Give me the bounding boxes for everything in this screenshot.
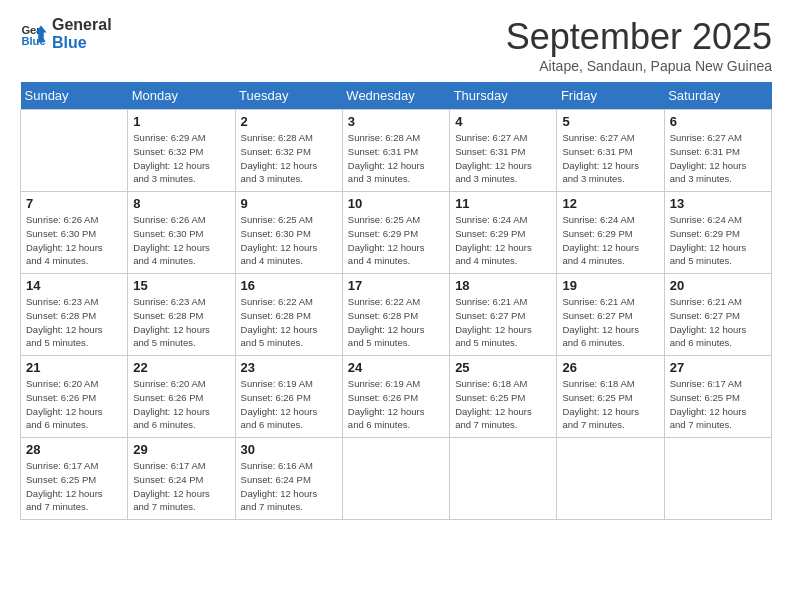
day-info: Sunrise: 6:26 AM Sunset: 6:30 PM Dayligh…: [133, 213, 229, 268]
calendar-table: SundayMondayTuesdayWednesdayThursdayFrid…: [20, 82, 772, 520]
calendar-cell: 6Sunrise: 6:27 AM Sunset: 6:31 PM Daylig…: [664, 110, 771, 192]
day-of-week-header: Saturday: [664, 82, 771, 110]
calendar-cell: 19Sunrise: 6:21 AM Sunset: 6:27 PM Dayli…: [557, 274, 664, 356]
calendar-cell: 23Sunrise: 6:19 AM Sunset: 6:26 PM Dayli…: [235, 356, 342, 438]
calendar-cell: 25Sunrise: 6:18 AM Sunset: 6:25 PM Dayli…: [450, 356, 557, 438]
day-number: 2: [241, 114, 337, 129]
day-number: 19: [562, 278, 658, 293]
calendar-week-row: 14Sunrise: 6:23 AM Sunset: 6:28 PM Dayli…: [21, 274, 772, 356]
day-number: 30: [241, 442, 337, 457]
calendar-cell: 10Sunrise: 6:25 AM Sunset: 6:29 PM Dayli…: [342, 192, 449, 274]
day-number: 8: [133, 196, 229, 211]
day-info: Sunrise: 6:25 AM Sunset: 6:29 PM Dayligh…: [348, 213, 444, 268]
day-info: Sunrise: 6:20 AM Sunset: 6:26 PM Dayligh…: [26, 377, 122, 432]
day-header-row: SundayMondayTuesdayWednesdayThursdayFrid…: [21, 82, 772, 110]
day-number: 21: [26, 360, 122, 375]
day-info: Sunrise: 6:26 AM Sunset: 6:30 PM Dayligh…: [26, 213, 122, 268]
day-of-week-header: Monday: [128, 82, 235, 110]
calendar-cell: 8Sunrise: 6:26 AM Sunset: 6:30 PM Daylig…: [128, 192, 235, 274]
day-info: Sunrise: 6:24 AM Sunset: 6:29 PM Dayligh…: [670, 213, 766, 268]
day-number: 20: [670, 278, 766, 293]
calendar-cell: 29Sunrise: 6:17 AM Sunset: 6:24 PM Dayli…: [128, 438, 235, 520]
calendar-cell: 1Sunrise: 6:29 AM Sunset: 6:32 PM Daylig…: [128, 110, 235, 192]
day-of-week-header: Friday: [557, 82, 664, 110]
day-info: Sunrise: 6:22 AM Sunset: 6:28 PM Dayligh…: [241, 295, 337, 350]
calendar-cell: 14Sunrise: 6:23 AM Sunset: 6:28 PM Dayli…: [21, 274, 128, 356]
calendar-cell: 18Sunrise: 6:21 AM Sunset: 6:27 PM Dayli…: [450, 274, 557, 356]
day-info: Sunrise: 6:25 AM Sunset: 6:30 PM Dayligh…: [241, 213, 337, 268]
calendar-cell: 12Sunrise: 6:24 AM Sunset: 6:29 PM Dayli…: [557, 192, 664, 274]
day-number: 27: [670, 360, 766, 375]
day-info: Sunrise: 6:21 AM Sunset: 6:27 PM Dayligh…: [562, 295, 658, 350]
calendar-cell: [450, 438, 557, 520]
day-info: Sunrise: 6:21 AM Sunset: 6:27 PM Dayligh…: [455, 295, 551, 350]
calendar-cell: 11Sunrise: 6:24 AM Sunset: 6:29 PM Dayli…: [450, 192, 557, 274]
calendar-cell: 20Sunrise: 6:21 AM Sunset: 6:27 PM Dayli…: [664, 274, 771, 356]
day-info: Sunrise: 6:27 AM Sunset: 6:31 PM Dayligh…: [562, 131, 658, 186]
day-info: Sunrise: 6:21 AM Sunset: 6:27 PM Dayligh…: [670, 295, 766, 350]
day-info: Sunrise: 6:17 AM Sunset: 6:25 PM Dayligh…: [26, 459, 122, 514]
calendar-cell: [557, 438, 664, 520]
day-info: Sunrise: 6:17 AM Sunset: 6:25 PM Dayligh…: [670, 377, 766, 432]
day-number: 15: [133, 278, 229, 293]
calendar-cell: [342, 438, 449, 520]
calendar-cell: 21Sunrise: 6:20 AM Sunset: 6:26 PM Dayli…: [21, 356, 128, 438]
calendar-cell: 27Sunrise: 6:17 AM Sunset: 6:25 PM Dayli…: [664, 356, 771, 438]
day-info: Sunrise: 6:18 AM Sunset: 6:25 PM Dayligh…: [455, 377, 551, 432]
header: Gen Blue General Blue September 2025 Ait…: [20, 16, 772, 74]
day-number: 17: [348, 278, 444, 293]
calendar-week-row: 21Sunrise: 6:20 AM Sunset: 6:26 PM Dayli…: [21, 356, 772, 438]
calendar-cell: 17Sunrise: 6:22 AM Sunset: 6:28 PM Dayli…: [342, 274, 449, 356]
day-number: 12: [562, 196, 658, 211]
calendar-cell: 28Sunrise: 6:17 AM Sunset: 6:25 PM Dayli…: [21, 438, 128, 520]
logo-line1: General: [52, 16, 112, 34]
day-info: Sunrise: 6:19 AM Sunset: 6:26 PM Dayligh…: [241, 377, 337, 432]
calendar-cell: 24Sunrise: 6:19 AM Sunset: 6:26 PM Dayli…: [342, 356, 449, 438]
calendar-cell: 2Sunrise: 6:28 AM Sunset: 6:32 PM Daylig…: [235, 110, 342, 192]
day-info: Sunrise: 6:29 AM Sunset: 6:32 PM Dayligh…: [133, 131, 229, 186]
day-info: Sunrise: 6:20 AM Sunset: 6:26 PM Dayligh…: [133, 377, 229, 432]
calendar-cell: 3Sunrise: 6:28 AM Sunset: 6:31 PM Daylig…: [342, 110, 449, 192]
calendar-cell: [664, 438, 771, 520]
day-number: 13: [670, 196, 766, 211]
day-number: 10: [348, 196, 444, 211]
day-info: Sunrise: 6:19 AM Sunset: 6:26 PM Dayligh…: [348, 377, 444, 432]
day-info: Sunrise: 6:27 AM Sunset: 6:31 PM Dayligh…: [670, 131, 766, 186]
day-number: 14: [26, 278, 122, 293]
logo-line2: Blue: [52, 34, 112, 52]
day-info: Sunrise: 6:24 AM Sunset: 6:29 PM Dayligh…: [562, 213, 658, 268]
logo: Gen Blue General Blue: [20, 16, 112, 51]
title-area: September 2025 Aitape, Sandaun, Papua Ne…: [506, 16, 772, 74]
day-number: 18: [455, 278, 551, 293]
day-info: Sunrise: 6:23 AM Sunset: 6:28 PM Dayligh…: [133, 295, 229, 350]
calendar-cell: 13Sunrise: 6:24 AM Sunset: 6:29 PM Dayli…: [664, 192, 771, 274]
day-number: 16: [241, 278, 337, 293]
day-info: Sunrise: 6:16 AM Sunset: 6:24 PM Dayligh…: [241, 459, 337, 514]
calendar-cell: 26Sunrise: 6:18 AM Sunset: 6:25 PM Dayli…: [557, 356, 664, 438]
day-number: 6: [670, 114, 766, 129]
day-number: 11: [455, 196, 551, 211]
day-of-week-header: Tuesday: [235, 82, 342, 110]
day-number: 25: [455, 360, 551, 375]
day-number: 24: [348, 360, 444, 375]
day-number: 1: [133, 114, 229, 129]
day-number: 28: [26, 442, 122, 457]
day-number: 23: [241, 360, 337, 375]
calendar-cell: 7Sunrise: 6:26 AM Sunset: 6:30 PM Daylig…: [21, 192, 128, 274]
calendar-cell: 5Sunrise: 6:27 AM Sunset: 6:31 PM Daylig…: [557, 110, 664, 192]
day-info: Sunrise: 6:18 AM Sunset: 6:25 PM Dayligh…: [562, 377, 658, 432]
day-info: Sunrise: 6:28 AM Sunset: 6:31 PM Dayligh…: [348, 131, 444, 186]
day-info: Sunrise: 6:24 AM Sunset: 6:29 PM Dayligh…: [455, 213, 551, 268]
calendar-week-row: 28Sunrise: 6:17 AM Sunset: 6:25 PM Dayli…: [21, 438, 772, 520]
day-of-week-header: Wednesday: [342, 82, 449, 110]
calendar-cell: 15Sunrise: 6:23 AM Sunset: 6:28 PM Dayli…: [128, 274, 235, 356]
day-number: 22: [133, 360, 229, 375]
logo-icon: Gen Blue: [20, 20, 48, 48]
day-number: 26: [562, 360, 658, 375]
calendar-cell: 22Sunrise: 6:20 AM Sunset: 6:26 PM Dayli…: [128, 356, 235, 438]
day-info: Sunrise: 6:22 AM Sunset: 6:28 PM Dayligh…: [348, 295, 444, 350]
calendar-week-row: 7Sunrise: 6:26 AM Sunset: 6:30 PM Daylig…: [21, 192, 772, 274]
calendar-cell: 16Sunrise: 6:22 AM Sunset: 6:28 PM Dayli…: [235, 274, 342, 356]
day-number: 9: [241, 196, 337, 211]
day-info: Sunrise: 6:27 AM Sunset: 6:31 PM Dayligh…: [455, 131, 551, 186]
